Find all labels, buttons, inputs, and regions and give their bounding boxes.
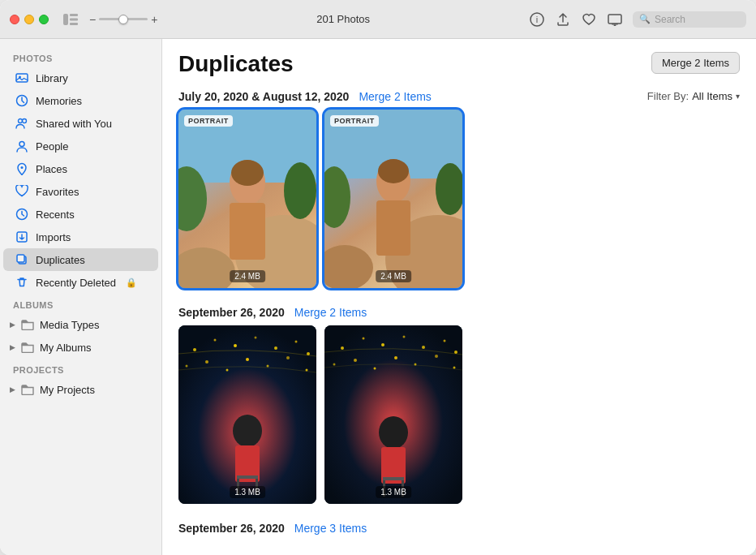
zoom-slider-control[interactable]: − +: [89, 13, 157, 26]
slideshow-button[interactable]: [607, 11, 623, 28]
svg-point-74: [453, 366, 456, 368]
svg-point-70: [374, 367, 376, 369]
memories-icon: [15, 93, 29, 108]
minimize-button[interactable]: [24, 15, 34, 24]
svg-point-48: [205, 360, 208, 364]
filter-chevron-icon[interactable]: ▾: [736, 92, 740, 101]
expand-arrow-my-projects: ▶: [10, 385, 15, 394]
duplicates-icon: [15, 252, 29, 267]
svg-point-49: [226, 368, 229, 371]
sidebar-item-recently-deleted[interactable]: Recently Deleted 🔒: [3, 271, 158, 294]
group-1-header: July 20, 2020 & August 12, 2020 Merge 2 …: [162, 85, 756, 110]
page-title: Duplicates: [178, 52, 294, 77]
svg-point-13: [23, 119, 27, 123]
sidebar: Photos Library M: [0, 39, 162, 555]
recently-deleted-label: Recently Deleted: [36, 277, 116, 289]
svg-point-12: [19, 119, 23, 123]
photo-item-2[interactable]: PORTRAIT 2.4 MB: [324, 110, 462, 288]
people-icon: [15, 139, 29, 153]
group-3-date: September 26, 2020: [178, 522, 285, 535]
svg-rect-9: [16, 74, 28, 82]
svg-rect-27: [230, 203, 265, 260]
sidebar-item-memories[interactable]: Memories: [3, 89, 158, 112]
svg-point-61: [341, 346, 344, 350]
sidebar-toggle-icon[interactable]: [62, 11, 79, 28]
photo-1-size: 2.4 MB: [230, 270, 265, 282]
photo-item-3[interactable]: 1.3 MB: [178, 325, 316, 504]
svg-rect-36: [376, 200, 410, 256]
people-label: People: [36, 140, 68, 153]
svg-rect-0: [63, 14, 68, 25]
sidebar-item-recents[interactable]: Recents: [3, 203, 158, 226]
share-button[interactable]: [555, 11, 571, 28]
photo-3-image: [178, 325, 316, 504]
maximize-button[interactable]: [39, 15, 49, 24]
group-2-header: September 26, 2020 Merge 2 Items: [162, 301, 756, 325]
sidebar-item-media-types[interactable]: ▶ Media Types: [3, 313, 158, 336]
svg-point-14: [19, 142, 24, 147]
photo-2-image: [324, 110, 462, 288]
recents-label: Recents: [36, 209, 75, 221]
info-button[interactable]: i: [529, 11, 545, 28]
svg-point-64: [403, 335, 406, 338]
svg-point-45: [295, 340, 298, 342]
svg-point-75: [379, 416, 408, 449]
search-icon: 🔍: [639, 14, 651, 24]
svg-rect-8: [614, 24, 616, 26]
trash-icon: [15, 275, 29, 290]
search-bar[interactable]: 🔍: [633, 11, 746, 28]
svg-rect-77: [383, 477, 404, 480]
sidebar-item-my-projects[interactable]: ▶ My Projects: [3, 378, 158, 401]
search-input[interactable]: [655, 14, 740, 25]
photo-1-image: [178, 110, 316, 288]
photo-4-image: [324, 325, 462, 504]
svg-point-62: [363, 337, 365, 339]
svg-point-42: [234, 344, 237, 347]
svg-point-54: [233, 415, 262, 447]
sidebar-item-shared-with-you[interactable]: Shared with You: [3, 112, 158, 135]
group-2-date: September 26, 2020: [178, 306, 285, 319]
close-button[interactable]: [10, 15, 19, 24]
zoom-out-icon[interactable]: −: [89, 13, 96, 26]
svg-rect-7: [612, 24, 618, 25]
svg-rect-2: [70, 18, 78, 20]
photo-2-size: 2.4 MB: [376, 270, 411, 282]
merge-2-items-top-button[interactable]: Merge 2 Items: [651, 52, 740, 74]
group-1-merge-link[interactable]: Merge 2 Items: [359, 90, 431, 103]
main-layout: Photos Library M: [0, 39, 756, 555]
sidebar-item-favorites[interactable]: Favorites: [3, 180, 158, 203]
filter-by-label: Filter By:: [647, 90, 689, 102]
sidebar-item-imports[interactable]: Imports: [3, 226, 158, 248]
svg-point-66: [444, 339, 446, 342]
group-2-merge-link[interactable]: Merge 2 Items: [294, 306, 367, 319]
zoom-in-icon[interactable]: +: [151, 13, 157, 26]
sidebar-item-duplicates[interactable]: Duplicates: [3, 248, 158, 271]
photo-count: 201 Photos: [164, 13, 522, 25]
photo-item-1[interactable]: PORTRAIT 2.4 MB: [178, 110, 316, 288]
svg-rect-1: [70, 14, 78, 16]
titlebar-actions: i 🔍: [529, 11, 746, 28]
sidebar-item-library[interactable]: Library: [3, 67, 158, 89]
sidebar-item-places[interactable]: Places: [3, 157, 158, 180]
titlebar: − + 201 Photos i: [0, 0, 756, 39]
content-header: Duplicates Merge 2 Items: [162, 39, 756, 85]
projects-section-label: Projects: [0, 359, 161, 378]
favorites-button[interactable]: [581, 11, 597, 28]
svg-point-73: [435, 355, 438, 358]
svg-point-50: [246, 358, 249, 361]
svg-point-25: [284, 162, 316, 219]
slider-thumb[interactable]: [118, 15, 128, 24]
photos-section-label: Photos: [0, 47, 161, 67]
photo-2-badge: PORTRAIT: [330, 115, 379, 127]
library-icon: [15, 71, 29, 85]
imports-label: Imports: [36, 231, 71, 243]
group-3-merge-link[interactable]: Merge 3 Items: [294, 522, 367, 535]
svg-point-68: [333, 363, 336, 365]
slider-track[interactable]: [99, 18, 148, 20]
sidebar-item-people[interactable]: People: [3, 135, 158, 157]
shared-with-you-icon: [15, 116, 29, 131]
photo-item-4[interactable]: 1.3 MB: [324, 325, 462, 504]
sidebar-item-my-albums[interactable]: ▶ My Albums: [3, 336, 158, 359]
places-icon: [15, 161, 29, 176]
group-3-header: September 26, 2020 Merge 3 Items: [162, 517, 756, 541]
